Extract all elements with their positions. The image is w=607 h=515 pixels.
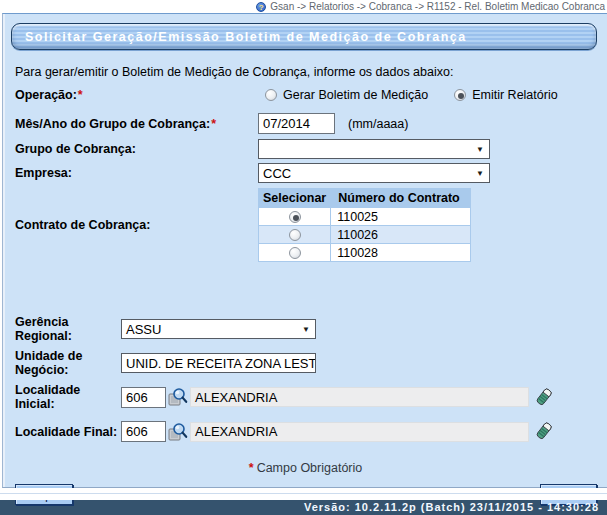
contrato-label: Contrato de Cobrança: — [15, 218, 258, 232]
operacao-row: Operação:* Gerar Boletim de Medição Emit… — [3, 88, 607, 102]
mes-ano-format-hint: (mm/aaaa) — [348, 117, 408, 131]
localidade-inicial-name: ALEXANDRIA — [190, 387, 529, 407]
unidade-negocio-value: UNID. DE RECEITA ZONA LEST — [126, 356, 316, 371]
chevron-down-icon: ▼ — [476, 145, 484, 154]
operacao-radio-group: Gerar Boletim de Medição Emitir Relatóri… — [265, 88, 558, 102]
localidade-inicial-input[interactable] — [121, 387, 166, 408]
unidade-negocio-row: Unidade de Negócio: UNID. DE RECEITA ZON… — [3, 349, 607, 377]
breadcrumb: ? Gsan -> Relatorios -> Cobranca -> R115… — [0, 0, 607, 13]
table-row: 110026 — [259, 226, 470, 243]
intro-text: Para gerar/emitir o Boletim de Medição d… — [15, 65, 607, 79]
mes-ano-input[interactable] — [258, 113, 335, 134]
gerencia-regional-row: Gerência Regional: ASSU ▼ — [3, 315, 607, 343]
search-icon[interactable] — [168, 422, 188, 442]
main-panel: Solicitar Geração/Emissão Boletim de Med… — [2, 13, 607, 488]
page: ? Gsan -> Relatorios -> Cobranca -> R115… — [0, 0, 607, 515]
eraser-icon[interactable] — [535, 421, 553, 442]
empresa-row: Empresa: CCC ▼ — [3, 163, 607, 183]
empresa-value: CCC — [263, 166, 291, 181]
panel-footer-gap — [0, 488, 607, 500]
contrato-numero: 110028 — [331, 244, 470, 261]
contrato-row: Contrato de Cobrança: Selecionar Número … — [3, 188, 607, 262]
unidade-negocio-select[interactable]: UNID. DE RECEITA ZONA LEST ▼ — [121, 353, 316, 373]
grupo-cobranca-label: Grupo de Cobrança: — [15, 142, 258, 156]
contrato-numero: 110025 — [331, 208, 470, 225]
contrato-radio-110025[interactable] — [289, 211, 301, 223]
operacao-label: Operação:* — [15, 88, 258, 102]
table-row: 110025 — [259, 208, 470, 225]
gerencia-regional-select[interactable]: ASSU ▼ — [121, 319, 316, 339]
grupo-cobranca-select[interactable]: ▼ — [258, 139, 490, 159]
localidade-final-label: Localidade Final: — [15, 425, 121, 439]
localidade-final-row: Localidade Final: ALEXANDRIA — [3, 421, 607, 442]
contrato-table: Selecionar Número do Contrato 110025 110… — [258, 188, 471, 262]
column-header-selecionar: Selecionar — [259, 189, 330, 207]
help-icon[interactable]: ? — [256, 2, 266, 12]
eraser-icon[interactable] — [535, 387, 553, 408]
emitir-relatorio-label: Emitir Relatório — [472, 88, 557, 102]
required-asterisk: * — [78, 88, 83, 102]
page-title: Solicitar Geração/Emissão Boletim de Med… — [11, 23, 597, 50]
localidade-final-name: ALEXANDRIA — [190, 422, 529, 442]
empresa-label: Empresa: — [15, 166, 258, 180]
contrato-radio-110028[interactable] — [289, 247, 301, 259]
column-header-numero-contrato: Número do Contrato — [331, 189, 470, 207]
breadcrumb-path: Gsan -> Relatorios -> Cobranca -> R1152 … — [270, 1, 605, 12]
gerencia-regional-label: Gerência Regional: — [15, 315, 121, 343]
contrato-radio-110026[interactable] — [289, 229, 301, 241]
emitir-relatorio-radio[interactable] — [454, 89, 466, 101]
chevron-down-icon: ▼ — [476, 169, 484, 178]
localidade-final-input[interactable] — [121, 421, 166, 442]
localidade-inicial-label: Localidade Inicial: — [15, 383, 121, 411]
gerar-boletim-radio[interactable] — [265, 89, 277, 101]
required-field-note: *Campo Obrigatório — [3, 461, 607, 475]
search-icon[interactable] — [168, 387, 188, 407]
required-asterisk: * — [211, 117, 216, 131]
version-footer: Versão: 10.2.11.2p (Batch) 23/11/2015 - … — [0, 500, 607, 515]
localidade-inicial-row: Localidade Inicial: ALEXANDRIA — [3, 383, 607, 411]
chevron-down-icon: ▼ — [302, 325, 310, 334]
empresa-select[interactable]: CCC ▼ — [258, 163, 490, 183]
required-asterisk: * — [249, 461, 254, 475]
unidade-negocio-label: Unidade de Negócio: — [15, 349, 121, 377]
radio-option-emitir: Emitir Relatório — [454, 88, 557, 102]
table-row: 110028 — [259, 244, 470, 261]
gerar-boletim-label: Gerar Boletim de Medição — [283, 88, 428, 102]
grupo-cobranca-row: Grupo de Cobrança: ▼ — [3, 139, 607, 159]
gerencia-regional-value: ASSU — [126, 322, 161, 337]
contrato-numero: 110026 — [331, 226, 470, 243]
mes-ano-row: Mês/Ano do Grupo de Cobrança:* (mm/aaaa) — [3, 113, 607, 134]
radio-option-gerar: Gerar Boletim de Medição — [265, 88, 428, 102]
mes-ano-label: Mês/Ano do Grupo de Cobrança:* — [15, 117, 258, 131]
